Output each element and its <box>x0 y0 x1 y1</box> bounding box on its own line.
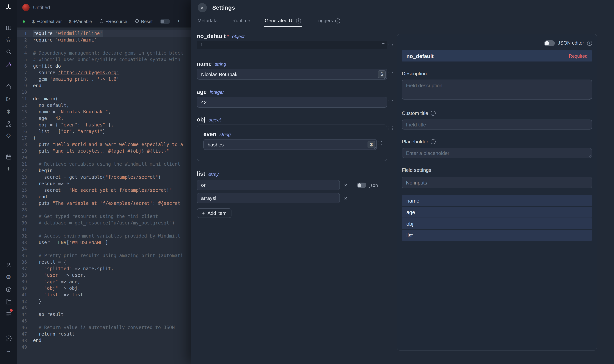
code-line[interactable]: 1require 'windmill/inline' <box>17 30 191 37</box>
code-line[interactable]: 31 <box>17 226 191 233</box>
code-line[interactable]: 35 # Pretty print results using amazing_… <box>17 253 191 259</box>
field-row-age[interactable]: age <box>402 207 592 218</box>
add-variable-button[interactable]: $ +Variable <box>69 19 92 24</box>
package-icon[interactable] <box>0 285 17 294</box>
code-line[interactable]: 11def main( <box>17 96 191 102</box>
code-line[interactable]: 33 user = ENV['WM_USERNAME'] <box>17 239 191 246</box>
code-line[interactable]: 34 <box>17 246 191 253</box>
dollar-icon[interactable]: $ <box>0 107 17 116</box>
remove-item-icon[interactable]: × <box>344 182 348 188</box>
json-toggle[interactable] <box>357 182 366 188</box>
tab-triggers[interactable]: Triggersi <box>315 15 341 27</box>
magic-wand-icon[interactable] <box>0 60 17 69</box>
code-line[interactable]: 2require 'windmill/mini' <box>17 37 191 43</box>
code-line[interactable]: 5# Windmill uses bundler/inline compatib… <box>17 56 191 63</box>
help-icon[interactable]: ? <box>0 334 17 342</box>
code-line[interactable]: 3 <box>17 43 191 50</box>
even-input[interactable] <box>203 139 377 150</box>
code-line[interactable]: 14 age = 42, <box>17 115 191 122</box>
code-line[interactable]: 21 # Retrieve variables using the Windmi… <box>17 161 191 168</box>
custom-title-input[interactable] <box>402 119 592 130</box>
code-line[interactable]: 6gemfile do <box>17 63 191 70</box>
code-line[interactable]: 44 ap result <box>17 311 191 318</box>
windmill-logo-icon[interactable] <box>0 3 17 12</box>
info-icon[interactable]: i <box>587 40 592 46</box>
code-line[interactable]: 37 "splitted" => name.split, <box>17 266 191 272</box>
list-item-input[interactable] <box>197 180 340 190</box>
code-line[interactable]: 32 # Access environment variables provid… <box>17 233 191 239</box>
info-icon[interactable]: i <box>431 139 435 144</box>
drag-handle-icon[interactable]: ⋮⋮ <box>376 141 383 145</box>
code-editor[interactable]: 1require 'windmill/inline'2require 'wind… <box>17 28 191 364</box>
code-line[interactable]: 10 <box>17 89 191 96</box>
code-line[interactable]: 23 secret = get_variable("f/examples/sec… <box>17 174 191 181</box>
list-item-input[interactable] <box>197 193 340 203</box>
code-line[interactable]: 8 gem 'amazing_print', '~> 1.6' <box>17 76 191 83</box>
expand-editor-icon[interactable]: – <box>382 41 384 45</box>
tab-metadata[interactable]: Metadata <box>197 15 218 27</box>
code-line[interactable]: 24 rescue => e <box>17 181 191 187</box>
home-icon[interactable] <box>0 82 17 91</box>
insert-variable-icon[interactable]: $ <box>367 141 375 148</box>
gear-icon[interactable]: ⚙ <box>0 273 17 281</box>
search-icon[interactable] <box>0 47 17 56</box>
code-line[interactable]: 7 source 'https://rubygems.org' <box>17 70 191 76</box>
code-line[interactable]: 15 obj = { "even": "hashes" }, <box>17 122 191 128</box>
code-line[interactable]: 4# Dependency management: declare gems i… <box>17 50 191 56</box>
code-line[interactable]: 39 "age" => age, <box>17 279 191 285</box>
user-icon[interactable] <box>0 260 17 269</box>
code-line[interactable]: 9end <box>17 83 191 89</box>
age-input[interactable] <box>197 97 387 108</box>
code-line[interactable]: 49 <box>17 344 191 351</box>
drag-handle-icon[interactable]: ⋮⋮ <box>387 70 394 75</box>
code-line[interactable]: 46 # Return value is automatically conve… <box>17 325 191 331</box>
code-line[interactable]: 18 puts "Hello World and a warm welcome … <box>17 142 191 148</box>
drag-handle-icon[interactable]: ⋮⋮ <box>387 42 394 47</box>
info-icon[interactable]: i <box>431 111 435 116</box>
code-line[interactable]: 28 <box>17 207 191 213</box>
code-line[interactable]: 19 puts "and its acolytes.. #{age} #{obj… <box>17 148 191 155</box>
code-line[interactable]: 41 "list" => list <box>17 292 191 298</box>
code-line[interactable]: 40 "obj" => obj, <box>17 285 191 292</box>
star-icon[interactable]: ☆ <box>0 35 17 44</box>
code-line[interactable]: 12 no_default, <box>17 102 191 109</box>
code-line[interactable]: 26 end <box>17 194 191 200</box>
code-line[interactable]: 30 # database = get_resource("u/user/my_… <box>17 220 191 226</box>
flow-icon[interactable] <box>0 119 17 128</box>
remove-item-icon[interactable]: × <box>344 195 348 201</box>
close-icon[interactable]: × <box>198 3 207 12</box>
folder-icon[interactable] <box>0 298 17 306</box>
play-icon[interactable]: ▷ <box>0 94 17 103</box>
kanban-icon[interactable] <box>0 24 17 32</box>
info-icon[interactable]: i <box>335 18 340 23</box>
reset-button[interactable]: Reset <box>135 19 153 24</box>
name-input[interactable] <box>197 69 387 79</box>
code-line[interactable]: 43 <box>17 305 191 311</box>
drag-handle-icon[interactable]: ⋮⋮ <box>387 126 394 130</box>
no-default-json-input[interactable]: 1 – <box>197 41 387 49</box>
field-row-list[interactable]: list <box>402 230 592 241</box>
calendar-icon[interactable] <box>0 153 17 161</box>
field-row-name[interactable]: name <box>402 195 592 206</box>
drag-handle-icon[interactable]: ⋮⋮ <box>387 98 394 103</box>
placeholder-input[interactable] <box>402 148 592 158</box>
code-line[interactable]: 36 result = { <box>17 259 191 266</box>
code-line[interactable]: 27 puts "The variable at 'f/examples/sec… <box>17 200 191 207</box>
code-line[interactable]: 22 begin <box>17 168 191 174</box>
tab-runtime[interactable]: Runtime <box>232 15 251 27</box>
plus-icon[interactable]: + <box>0 165 17 173</box>
collapse-sidebar-icon[interactable]: → <box>0 346 17 354</box>
script-title[interactable]: Untitled <box>33 5 50 10</box>
add-resource-button[interactable]: +Resource <box>99 19 127 24</box>
code-line[interactable]: 45 <box>17 318 191 325</box>
add-item-button[interactable]: + Add item <box>197 208 232 218</box>
code-line[interactable]: 16 list = ["or", "arrays!"] <box>17 128 191 135</box>
code-line[interactable]: 29 # Get typed resources using the mini … <box>17 213 191 220</box>
field-row-no-default-selected[interactable]: no_default Required <box>402 50 592 62</box>
json-editor-toggle[interactable] <box>544 40 555 46</box>
code-line[interactable]: 17) <box>17 135 191 142</box>
field-row-obj[interactable]: obj <box>402 218 592 229</box>
code-line[interactable]: 47 return result <box>17 331 191 338</box>
info-icon[interactable]: i <box>296 18 301 23</box>
code-line[interactable]: 13 name = "Nicolas Bourbaki", <box>17 109 191 115</box>
